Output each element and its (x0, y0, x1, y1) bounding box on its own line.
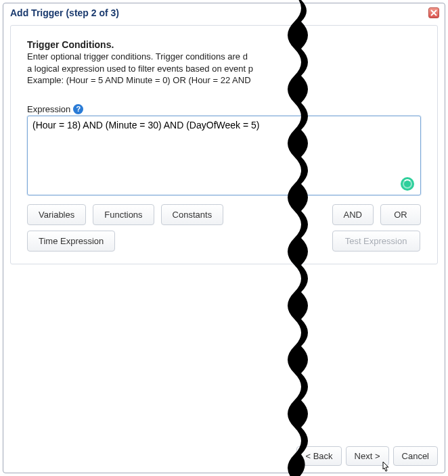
variables-button[interactable]: Variables (27, 204, 86, 225)
dialog-content: Trigger Conditions. Enter optional trigg… (3, 21, 445, 473)
close-icon (430, 9, 437, 16)
time-expression-button[interactable]: Time Expression (27, 231, 115, 252)
dialog-title: Add Trigger (step 2 of 3) (10, 7, 119, 18)
expression-buttons: Variables Functions Constants Time Expre… (27, 204, 421, 252)
or-button[interactable]: OR (380, 204, 421, 225)
help-icon[interactable]: ? (73, 104, 83, 114)
trigger-conditions-description: Enter optional trigger conditions. Trigg… (27, 51, 421, 87)
trigger-conditions-title: Trigger Conditions. (27, 39, 421, 50)
close-button[interactable] (428, 7, 439, 18)
and-button[interactable]: AND (332, 204, 374, 225)
dialog-titlebar: Add Trigger (step 2 of 3) (3, 3, 445, 21)
test-expression-button[interactable]: Test Expression (332, 231, 420, 252)
constants-button[interactable]: Constants (161, 204, 224, 225)
functions-button[interactable]: Functions (93, 204, 154, 225)
expression-textarea[interactable]: (Hour = 18) AND (Minute = 30) AND (DayOf… (27, 116, 421, 195)
expression-label-row: Expression ? (27, 104, 421, 114)
loading-spinner-icon (401, 177, 414, 191)
next-button[interactable]: Next > (346, 446, 389, 466)
expression-label: Expression (27, 104, 70, 114)
add-trigger-dialog: Add Trigger (step 2 of 3) Trigger Condit… (3, 3, 445, 473)
cancel-button[interactable]: Cancel (393, 446, 438, 466)
back-button[interactable]: < Back (296, 446, 341, 466)
trigger-conditions-panel: Trigger Conditions. Enter optional trigg… (10, 25, 438, 264)
dialog-footer: < Back Next > Cancel (10, 442, 438, 467)
expression-block: Expression ? (Hour = 18) AND (Minute = 3… (27, 104, 421, 197)
